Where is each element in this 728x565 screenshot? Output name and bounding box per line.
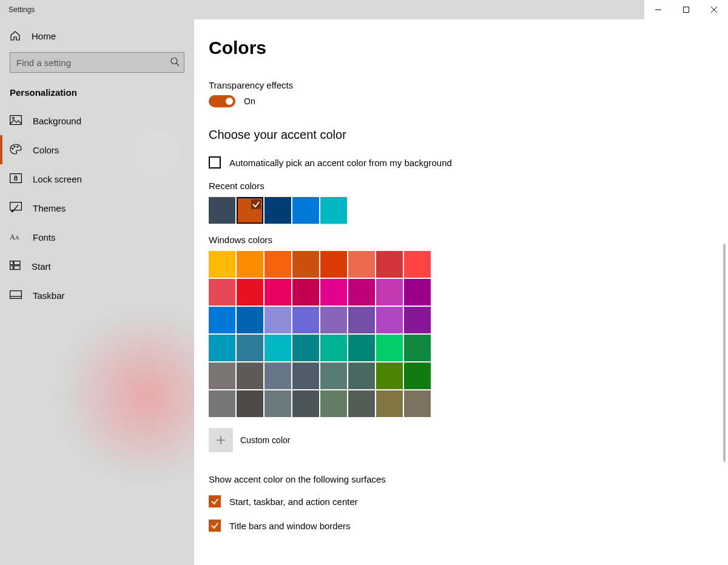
search-input[interactable] <box>10 52 184 73</box>
color-swatch[interactable] <box>209 197 235 224</box>
titlebar: Settings <box>0 0 728 19</box>
svg-point-6 <box>17 146 18 147</box>
color-swatch[interactable] <box>320 335 347 361</box>
section-heading: Personalization <box>0 80 194 106</box>
color-swatch[interactable] <box>348 279 375 306</box>
surface-checkbox[interactable] <box>209 520 221 532</box>
color-swatch[interactable] <box>237 197 263 224</box>
color-swatch[interactable] <box>209 279 235 306</box>
color-swatch[interactable] <box>237 335 263 361</box>
close-button[interactable] <box>700 0 728 19</box>
color-swatch[interactable] <box>320 251 347 278</box>
surface-option[interactable]: Start, taskbar, and action center <box>209 495 728 507</box>
color-swatch[interactable] <box>292 251 319 278</box>
minimize-icon <box>655 7 661 13</box>
color-swatch[interactable] <box>265 363 291 389</box>
color-swatch[interactable] <box>237 363 263 389</box>
sidebar-item-label: Start <box>32 261 51 272</box>
maximize-icon <box>683 7 689 13</box>
color-swatch[interactable] <box>376 251 403 278</box>
color-swatch[interactable] <box>237 390 263 417</box>
color-swatch[interactable] <box>209 363 235 389</box>
color-swatch[interactable] <box>237 307 263 333</box>
color-swatch[interactable] <box>209 251 235 278</box>
color-swatch[interactable] <box>292 335 319 361</box>
sidebar-item-colors[interactable]: Colors <box>0 135 194 164</box>
color-swatch[interactable] <box>292 363 319 389</box>
color-swatch[interactable] <box>320 279 347 306</box>
color-swatch[interactable] <box>404 390 431 417</box>
svg-rect-16 <box>10 290 22 298</box>
color-swatch[interactable] <box>348 390 375 417</box>
color-swatch[interactable] <box>320 390 347 417</box>
sidebar: Home Personalization Background Colors L… <box>0 19 194 565</box>
recent-colors-row <box>209 197 433 224</box>
color-swatch[interactable] <box>292 390 319 417</box>
sidebar-item-fonts[interactable]: AA Fonts <box>0 222 194 252</box>
color-swatch[interactable] <box>348 335 375 361</box>
color-swatch[interactable] <box>376 390 403 417</box>
color-swatch[interactable] <box>348 307 375 333</box>
color-swatch[interactable] <box>265 390 291 417</box>
color-swatch[interactable] <box>376 307 403 333</box>
sidebar-item-start[interactable]: Start <box>0 252 194 281</box>
color-swatch[interactable] <box>265 251 291 278</box>
custom-color-button[interactable] <box>209 428 233 452</box>
color-swatch[interactable] <box>237 279 263 306</box>
color-swatch[interactable] <box>404 279 431 306</box>
color-swatch[interactable] <box>209 390 235 417</box>
color-swatch[interactable] <box>237 251 263 278</box>
color-swatch[interactable] <box>320 363 347 389</box>
sidebar-item-background[interactable]: Background <box>0 106 194 135</box>
main-panel: Colors Transparency effects On Choose yo… <box>194 19 728 565</box>
font-icon: AA <box>10 232 22 243</box>
scrollbar[interactable] <box>723 244 726 565</box>
check-icon <box>251 199 261 209</box>
sidebar-item-lock-screen[interactable]: Lock screen <box>0 164 194 193</box>
search-box[interactable] <box>10 52 184 73</box>
auto-pick-checkbox[interactable] <box>209 156 221 169</box>
color-swatch[interactable] <box>292 307 319 333</box>
color-swatch[interactable] <box>376 279 403 306</box>
color-swatch[interactable] <box>404 251 431 278</box>
plus-icon <box>216 435 226 445</box>
svg-rect-7 <box>10 173 22 182</box>
auto-pick-row[interactable]: Automatically pick an accent color from … <box>209 156 728 169</box>
home-label: Home <box>32 31 56 41</box>
svg-point-4 <box>12 148 13 149</box>
transparency-toggle[interactable] <box>209 95 235 107</box>
color-swatch[interactable] <box>265 335 291 361</box>
maximize-button[interactable] <box>672 0 700 19</box>
sidebar-item-taskbar[interactable]: Taskbar <box>0 281 194 310</box>
surface-checkbox[interactable] <box>209 495 221 507</box>
color-swatch[interactable] <box>376 363 403 389</box>
surface-option[interactable]: Title bars and window borders <box>209 520 728 532</box>
minimize-button[interactable] <box>644 0 672 19</box>
lockscreen-icon <box>10 173 22 185</box>
color-swatch[interactable] <box>348 251 375 278</box>
color-swatch[interactable] <box>265 279 291 306</box>
sidebar-item-label: Fonts <box>33 232 56 242</box>
color-swatch[interactable] <box>404 335 431 361</box>
svg-point-5 <box>14 145 15 147</box>
svg-text:A: A <box>15 235 19 241</box>
color-swatch[interactable] <box>320 197 347 224</box>
color-swatch[interactable] <box>209 335 235 361</box>
color-swatch[interactable] <box>376 335 403 361</box>
svg-rect-8 <box>15 178 17 180</box>
palette-icon <box>10 144 22 156</box>
color-swatch[interactable] <box>265 197 291 224</box>
color-swatch[interactable] <box>292 279 319 306</box>
home-nav[interactable]: Home <box>0 19 194 52</box>
color-swatch[interactable] <box>209 307 235 333</box>
color-swatch[interactable] <box>265 307 291 333</box>
color-swatch[interactable] <box>348 363 375 389</box>
taskbar-icon <box>10 290 22 301</box>
color-swatch[interactable] <box>292 197 319 224</box>
window-title: Settings <box>0 5 35 14</box>
color-swatch[interactable] <box>404 363 431 389</box>
sidebar-item-themes[interactable]: Themes <box>0 193 194 222</box>
color-swatch[interactable] <box>404 307 431 333</box>
color-swatch[interactable] <box>320 307 347 333</box>
close-icon <box>711 7 717 13</box>
